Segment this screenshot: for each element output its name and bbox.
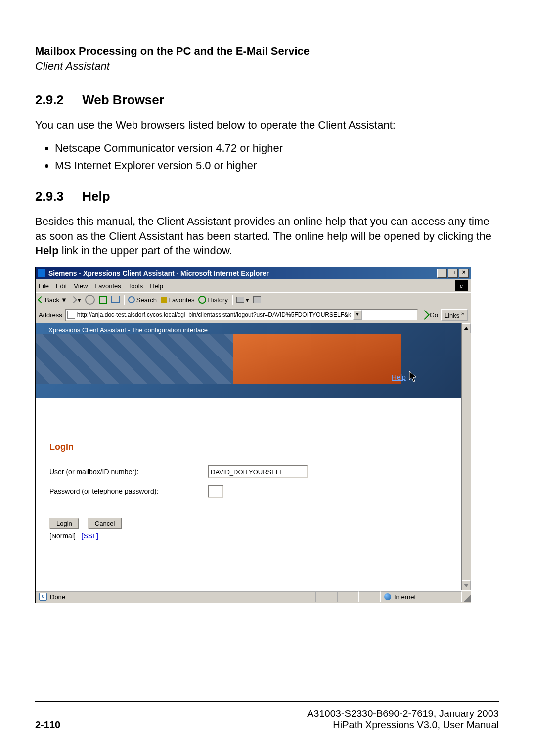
help-paragraph: Besides this manual, the Client Assistan… [35, 214, 499, 258]
home-button[interactable] [111, 296, 120, 303]
page-footer: 2-110 A31003-S2330-B690-2-7619, January … [35, 701, 499, 731]
svg-marker-0 [409, 371, 416, 382]
viewport: Xpressions Client Assistant - The config… [36, 323, 461, 590]
banner: Xpressions Client Assistant - The config… [36, 323, 461, 398]
browser-window: Siemens - Xpressions Client Assistant - … [35, 267, 471, 603]
print-icon [253, 296, 261, 303]
banner-image-left [36, 334, 233, 384]
content-area: Xpressions Client Assistant - The config… [36, 323, 471, 590]
back-button[interactable]: Back ▼ [39, 296, 67, 304]
address-dropdown-button[interactable]: ▼ [353, 310, 362, 320]
history-button[interactable]: History [198, 296, 227, 304]
page-header-title: Mailbox Processing on the PC and the E-M… [35, 45, 499, 58]
menu-view[interactable]: View [74, 282, 88, 290]
stop-button[interactable] [85, 295, 95, 305]
section-heading-help: 2.9.3 Help [35, 189, 499, 204]
login-button[interactable]: Login [49, 518, 79, 529]
status-text: Done [50, 593, 65, 601]
print-button[interactable] [253, 296, 261, 303]
back-arrow-icon [38, 296, 44, 303]
menu-file[interactable]: File [39, 282, 49, 290]
status-bar: e Done Internet [36, 590, 471, 603]
menu-tools[interactable]: Tools [128, 282, 143, 290]
menu-favorites[interactable]: Favorites [94, 282, 121, 290]
section-number: 2.9.3 [35, 189, 79, 204]
maximize-button[interactable]: □ [448, 269, 458, 278]
ie-throbber-icon: e [455, 280, 468, 291]
section-number: 2.9.2 [35, 92, 79, 108]
help-link[interactable]: Help [392, 373, 406, 381]
login-heading: Login [49, 442, 447, 452]
scroll-up-button[interactable] [462, 323, 471, 333]
forward-button[interactable]: ▾ [71, 296, 81, 304]
password-input[interactable] [208, 485, 223, 498]
refresh-button[interactable] [99, 296, 107, 304]
mode-normal: [Normal] [49, 532, 76, 540]
menu-help[interactable]: Help [150, 282, 163, 290]
resize-grip-icon[interactable] [462, 592, 471, 602]
go-arrow-icon [420, 310, 430, 320]
section-heading-web-browser: 2.9.2 Web Browser [35, 92, 499, 108]
login-form: Login User (or mailbox/ID number): DAVID… [36, 398, 461, 550]
address-label: Address [39, 311, 62, 319]
mode-row: [Normal] [SSL] [49, 532, 447, 540]
toolbar-separator [124, 295, 124, 305]
page-number: 2-110 [35, 719, 60, 731]
toolbar: Back ▼ ▾ Search Favorites History ▾ [36, 292, 471, 307]
text-fragment: Besides this manual, the Client Assistan… [35, 215, 491, 242]
stop-icon [85, 295, 95, 305]
status-pane [337, 591, 359, 602]
close-button[interactable]: × [459, 269, 469, 278]
address-bar: Address http://anja.doc-test.alsdorf.cyc… [36, 307, 471, 323]
cancel-button[interactable]: Cancel [88, 518, 122, 529]
history-icon [198, 296, 206, 304]
section-title: Help [82, 189, 110, 204]
refresh-icon [99, 296, 107, 304]
browsers-intro-text: You can use the Web browsers listed belo… [35, 118, 499, 133]
browser-list: Netscape Communicator version 4.72 or hi… [35, 139, 499, 174]
go-button[interactable]: Go [421, 311, 438, 319]
address-input[interactable]: http://anja.doc-test.alsdorf.cycos.local… [65, 309, 418, 321]
password-label: Password (or telephone password): [49, 488, 208, 495]
list-item: Netscape Communicator version 4.72 or hi… [55, 139, 499, 157]
home-icon [111, 296, 120, 303]
banner-caption: Xpressions Client Assistant - The config… [48, 326, 208, 334]
page-header-subtitle: Client Assistant [35, 60, 499, 73]
mail-icon [236, 297, 244, 303]
window-title: Siemens - Xpressions Client Assistant - … [48, 269, 269, 277]
text-fragment: link in the upper part of the window. [59, 244, 232, 257]
minimize-button[interactable]: _ [437, 269, 447, 278]
status-pane [359, 591, 381, 602]
search-icon [128, 296, 135, 303]
mode-ssl-link[interactable]: [SSL] [82, 532, 98, 540]
banner-image-right [233, 334, 401, 384]
favorites-button[interactable]: Favorites [161, 296, 194, 304]
mouse-cursor-icon [409, 371, 419, 384]
zone-text: Internet [394, 593, 416, 601]
scroll-down-button[interactable] [462, 580, 471, 590]
section-title: Web Browser [82, 92, 164, 107]
page-icon [67, 311, 75, 319]
address-value: http://anja.doc-test.alsdorf.cycos.local… [77, 311, 351, 318]
links-button[interactable]: Links » [441, 309, 468, 321]
list-item: MS Internet Explorer version 5.0 or high… [55, 157, 499, 174]
user-label: User (or mailbox/ID number): [49, 468, 208, 476]
menu-edit[interactable]: Edit [56, 282, 67, 290]
help-keyword: Help [35, 244, 59, 257]
toolbar-separator [232, 295, 232, 305]
ie-app-icon [38, 269, 45, 277]
chevron-down-icon [464, 584, 469, 587]
ie-status-icon: e [39, 593, 47, 601]
vertical-scrollbar[interactable] [461, 323, 471, 590]
footer-line-2: HiPath Xpressions V3.0, User Manual [307, 719, 499, 731]
user-input[interactable]: DAVID_DOITYOURSELF [208, 465, 308, 478]
internet-zone-icon [384, 593, 391, 600]
status-pane [315, 591, 337, 602]
favorites-icon [161, 297, 167, 303]
search-button[interactable]: Search [128, 296, 157, 304]
footer-line-1: A31003-S2330-B690-2-7619, January 2003 [307, 708, 499, 719]
chevron-up-icon [464, 327, 469, 330]
mail-button[interactable]: ▾ [236, 296, 249, 304]
window-titlebar[interactable]: Siemens - Xpressions Client Assistant - … [36, 267, 471, 279]
menu-bar: File Edit View Favorites Tools Help e [36, 279, 471, 292]
